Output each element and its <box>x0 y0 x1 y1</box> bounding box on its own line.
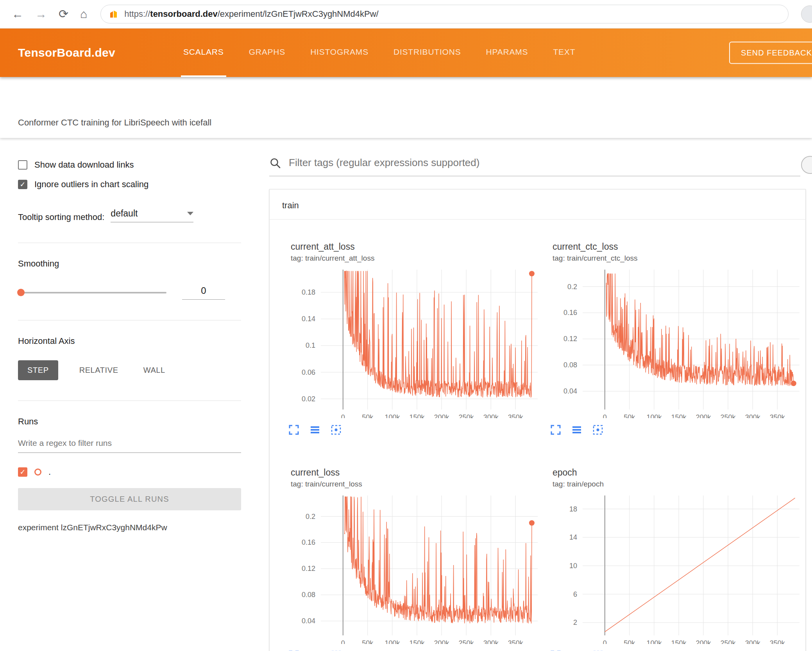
svg-text:0.1: 0.1 <box>306 342 315 349</box>
show-download-links-checkbox[interactable] <box>18 160 27 170</box>
chart-title: current_loss <box>291 467 538 478</box>
svg-text:150k: 150k <box>409 639 425 644</box>
axis-wall-button[interactable]: WALL <box>140 360 169 380</box>
expand-icon[interactable] <box>288 649 300 651</box>
runs-label: Runs <box>18 417 241 427</box>
chart-current-att-loss: current_att_loss tag: train/current_att_… <box>276 220 538 445</box>
toggle-all-runs-button[interactable]: TOGGLE ALL RUNS <box>18 488 241 510</box>
sidebar-divider <box>18 243 241 243</box>
svg-text:18: 18 <box>569 505 577 513</box>
svg-text:14: 14 <box>569 533 577 541</box>
svg-text:0.2: 0.2 <box>306 513 315 520</box>
chart-epoch: epoch tag: train/epoch 26101418050k100k1… <box>538 445 799 651</box>
svg-text:50k: 50k <box>362 639 374 644</box>
runs-filter-input[interactable] <box>18 438 241 453</box>
svg-text:0: 0 <box>603 639 607 644</box>
svg-text:2: 2 <box>573 619 577 626</box>
url-bar[interactable]: https://tensorboard.dev/experiment/lzGnE… <box>100 5 789 23</box>
chart-title: current_att_loss <box>291 241 538 252</box>
axis-step-button[interactable]: STEP <box>18 360 58 380</box>
tab-text[interactable]: TEXT <box>551 29 578 77</box>
chevron-down-icon <box>187 212 193 215</box>
tooltip-sorting-select[interactable]: default <box>111 208 193 222</box>
tab-hparams[interactable]: HPARAMS <box>484 29 531 77</box>
svg-text:0.12: 0.12 <box>563 335 577 343</box>
chart-current-ctc-loss: current_ctc_loss tag: train/current_ctc_… <box>538 220 799 445</box>
tab-graphs[interactable]: GRAPHS <box>247 29 288 77</box>
chart-toolbar <box>549 424 799 436</box>
svg-text:350k: 350k <box>508 639 524 644</box>
runs-selector-icon[interactable] <box>571 649 583 651</box>
tooltip-sorting-row: Tooltip sorting method: default <box>18 208 241 222</box>
forward-icon[interactable]: → <box>35 8 47 20</box>
smoothing-label: Smoothing <box>18 259 241 269</box>
svg-text:50k: 50k <box>624 639 635 644</box>
svg-text:150k: 150k <box>409 413 425 418</box>
show-download-links-row: Show data download links <box>18 160 241 170</box>
url-path: /experiment/lzGnETjwRxC3yghNMd4kPw/ <box>218 9 379 19</box>
browser-bar: ← → ⟳ ⌂ https://tensorboard.dev/experime… <box>0 0 812 29</box>
content: Show data download links Ignore outliers… <box>0 138 812 650</box>
horizontal-axis-buttons: STEP RELATIVE WALL <box>18 360 241 380</box>
browser-avatar[interactable] <box>801 5 812 23</box>
experiment-subtitle-bar: Conformer CTC training for LibriSpeech w… <box>0 77 812 138</box>
expand-icon[interactable] <box>549 424 562 436</box>
back-icon[interactable]: ← <box>12 8 23 20</box>
ignore-outliers-label: Ignore outliers in chart scaling <box>34 179 148 190</box>
tooltip-sorting-value: default <box>111 208 138 219</box>
line-chart[interactable]: 0.040.080.120.160.2050k100k150k200k250k3… <box>284 492 542 644</box>
svg-text:50k: 50k <box>362 413 374 418</box>
tab-histograms[interactable]: HISTOGRAMS <box>308 29 371 77</box>
chart-tag: tag: train/current_att_loss <box>291 254 538 263</box>
charts-grid: current_att_loss tag: train/current_att_… <box>270 220 805 651</box>
axis-relative-button[interactable]: RELATIVE <box>75 360 122 380</box>
filter-tags-input[interactable] <box>289 157 800 169</box>
runs-selector-icon[interactable] <box>309 424 321 436</box>
line-chart[interactable]: 0.020.060.10.140.18050k100k150k200k250k3… <box>284 266 542 418</box>
svg-text:200k: 200k <box>434 413 449 418</box>
expand-icon[interactable] <box>549 649 562 651</box>
svg-text:350k: 350k <box>770 413 785 418</box>
fit-domain-icon[interactable] <box>592 649 604 651</box>
smoothing-value[interactable]: 0 <box>182 285 225 300</box>
send-feedback-button[interactable]: SEND FEEDBACK <box>729 42 812 64</box>
floating-button-partial[interactable] <box>801 156 812 174</box>
home-icon[interactable]: ⌂ <box>80 8 87 20</box>
svg-text:0.12: 0.12 <box>302 565 315 572</box>
ignore-outliers-checkbox[interactable] <box>18 180 27 189</box>
url-text: https://tensorboard.dev/experiment/lzGnE… <box>124 9 378 19</box>
tab-distributions[interactable]: DISTRIBUTIONS <box>391 29 463 77</box>
chart-tag: tag: train/current_ctc_loss <box>553 254 799 263</box>
smoothing-slider[interactable] <box>18 292 166 293</box>
site-favicon <box>109 9 119 19</box>
svg-text:10: 10 <box>569 562 577 570</box>
svg-text:6: 6 <box>573 590 577 598</box>
expand-icon[interactable] <box>288 424 300 436</box>
svg-text:200k: 200k <box>696 413 711 418</box>
svg-text:0.08: 0.08 <box>302 591 315 599</box>
svg-text:100k: 100k <box>646 639 662 644</box>
run-color-icon <box>34 469 41 476</box>
train-card: train current_att_loss tag: train/curren… <box>269 189 806 651</box>
chart-title: epoch <box>553 467 799 478</box>
tab-scalars[interactable]: SCALARS <box>181 29 226 77</box>
line-chart[interactable]: 0.040.080.120.160.2050k100k150k200k250k3… <box>546 266 803 418</box>
svg-text:100k: 100k <box>646 413 662 418</box>
run-checkbox[interactable] <box>18 467 27 477</box>
svg-text:150k: 150k <box>671 413 687 418</box>
smoothing-slider-thumb[interactable] <box>17 289 25 296</box>
show-download-links-label: Show data download links <box>34 160 134 170</box>
fit-domain-icon[interactable] <box>592 424 604 436</box>
runs-selector-icon[interactable] <box>571 424 583 436</box>
fit-domain-icon[interactable] <box>330 424 342 436</box>
experiment-id-text: experiment lzGnETjwRxC3yghNMd4kPw <box>18 523 241 532</box>
run-group-title: train <box>270 190 805 220</box>
svg-text:0.06: 0.06 <box>302 368 315 376</box>
line-chart[interactable]: 26101418050k100k150k200k250k300k350k <box>546 492 803 644</box>
svg-text:0: 0 <box>341 413 345 418</box>
reload-icon[interactable]: ⟳ <box>59 8 68 20</box>
runs-selector-icon[interactable] <box>309 649 321 651</box>
svg-text:150k: 150k <box>671 639 687 644</box>
fit-domain-icon[interactable] <box>330 649 342 651</box>
main-nav: SCALARS GRAPHS HISTOGRAMS DISTRIBUTIONS … <box>181 29 578 77</box>
